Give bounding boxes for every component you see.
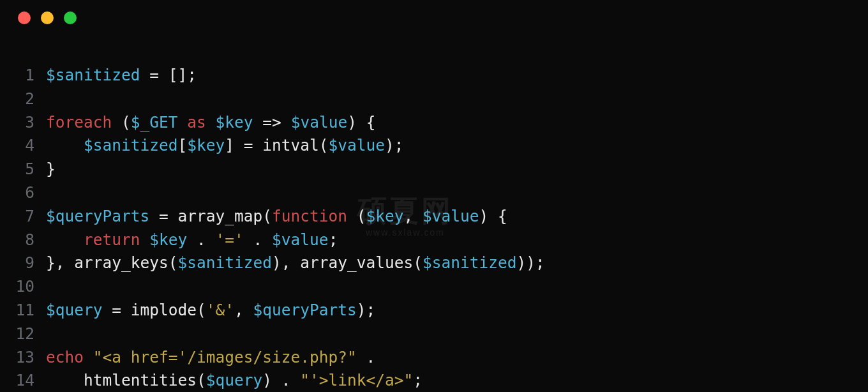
token: , <box>404 207 423 225</box>
line-number: 7 <box>0 205 46 229</box>
token: } <box>46 160 56 178</box>
line-number: 1 <box>0 64 46 87</box>
token: $value <box>291 113 348 132</box>
token: $sanitized <box>178 253 273 272</box>
token: $value <box>329 136 385 155</box>
line-number: 14 <box>0 369 46 392</box>
close-icon[interactable] <box>18 11 31 24</box>
token <box>178 113 188 132</box>
token: htmlentities( <box>46 371 206 389</box>
code-line[interactable]: 12 <box>0 322 868 346</box>
line-number: 6 <box>0 181 46 205</box>
token: ) . <box>262 371 300 389</box>
code-content[interactable]: echo "<a href='/images/size.php?" . <box>46 346 375 370</box>
token <box>46 230 84 249</box>
token: $queryParts <box>253 301 357 319</box>
token: ] = intval( <box>225 136 328 155</box>
token: $sanitized <box>46 66 140 84</box>
code-content[interactable]: $sanitized = []; <box>46 64 197 87</box>
token: $key <box>366 207 404 225</box>
token: ( <box>112 113 131 132</box>
token: $query <box>206 371 263 389</box>
line-number: 11 <box>0 299 46 322</box>
token: = []; <box>140 66 197 84</box>
line-number: 13 <box>0 346 46 370</box>
code-content[interactable]: foreach ($_GET as $key => $value) { <box>46 111 375 135</box>
line-number: 12 <box>0 322 46 346</box>
token: )); <box>517 253 545 272</box>
token: = implode( <box>103 301 206 319</box>
token: $key <box>187 136 225 155</box>
code-line[interactable]: 13echo "<a href='/images/size.php?" . <box>0 346 868 370</box>
code-content[interactable]: htmlentities($query) . "'>link</a>"; <box>46 369 423 392</box>
token: ( <box>347 207 366 225</box>
code-content[interactable]: } <box>46 158 56 181</box>
token: ; <box>413 371 423 389</box>
code-line[interactable]: 9}, array_keys($sanitized), array_values… <box>0 252 868 275</box>
token: . <box>187 230 215 249</box>
token: . <box>357 348 376 366</box>
token: $value <box>423 207 479 225</box>
window-titlebar <box>0 0 868 36</box>
token: $key <box>216 113 253 132</box>
code-line[interactable]: 6 <box>0 181 868 205</box>
code-line[interactable]: 2 <box>0 87 868 111</box>
code-line[interactable]: 11$query = implode('&', $queryParts); <box>0 299 868 322</box>
token: [ <box>178 136 188 155</box>
token: , <box>234 301 253 319</box>
token: $_GET <box>131 113 178 132</box>
token: function <box>272 207 347 225</box>
code-content[interactable]: $query = implode('&', $queryParts); <box>46 299 375 322</box>
token: '&' <box>206 301 234 319</box>
token <box>84 348 93 366</box>
code-line[interactable]: 4 $sanitized[$key] = intval($value); <box>0 134 868 158</box>
token: "<a href='/images/size.php?" <box>93 348 357 366</box>
code-line[interactable]: 7$queryParts = array_map(function ($key,… <box>0 205 868 229</box>
code-content[interactable]: return $key . '=' . $value; <box>46 229 338 252</box>
token: as <box>187 113 206 132</box>
code-content[interactable]: $sanitized[$key] = intval($value); <box>46 134 404 158</box>
code-line[interactable]: 14 htmlentities($query) . "'>link</a>"; <box>0 369 868 392</box>
line-number: 4 <box>0 134 46 158</box>
token: ) { <box>479 207 507 225</box>
token: echo <box>46 348 84 366</box>
token: $queryParts <box>46 207 149 225</box>
token: ); <box>357 301 376 319</box>
token: '=' <box>216 230 244 249</box>
code-content[interactable]: }, array_keys($sanitized), array_values(… <box>46 252 545 275</box>
code-line[interactable]: 8 return $key . '=' . $value; <box>0 229 868 252</box>
token: $sanitized <box>423 253 517 272</box>
token: $sanitized <box>84 136 178 155</box>
code-content[interactable]: $queryParts = array_map(function ($key, … <box>46 205 507 229</box>
code-line[interactable]: 1$sanitized = []; <box>0 64 868 87</box>
minimize-icon[interactable] <box>41 11 54 24</box>
line-number: 5 <box>0 158 46 181</box>
code-line[interactable]: 3foreach ($_GET as $key => $value) { <box>0 111 868 135</box>
line-number: 9 <box>0 252 46 275</box>
token: ); <box>385 136 404 155</box>
token: ) { <box>347 113 375 132</box>
token: $value <box>272 230 329 249</box>
token: = array_map( <box>149 207 272 225</box>
zoom-icon[interactable] <box>64 11 77 24</box>
line-number: 8 <box>0 229 46 252</box>
token: }, array_keys( <box>46 253 178 272</box>
code-window: 硕夏网 www.sxlaw.com 1$sanitized = [];23for… <box>0 0 868 392</box>
token: $key <box>149 230 187 249</box>
token: ; <box>329 230 338 249</box>
token: => <box>253 113 291 132</box>
line-number: 10 <box>0 275 46 299</box>
token: return <box>84 230 140 249</box>
line-number: 3 <box>0 111 46 135</box>
code-line[interactable]: 10 <box>0 275 868 299</box>
code-editor[interactable]: 1$sanitized = [];23foreach ($_GET as $ke… <box>0 64 868 392</box>
code-line[interactable]: 5} <box>0 158 868 181</box>
token <box>46 136 84 155</box>
token: ), array_values( <box>272 253 423 272</box>
token <box>206 113 216 132</box>
token: $query <box>46 301 103 319</box>
line-number: 2 <box>0 87 46 111</box>
token: foreach <box>46 113 112 132</box>
token <box>140 230 150 249</box>
token: . <box>244 230 272 249</box>
